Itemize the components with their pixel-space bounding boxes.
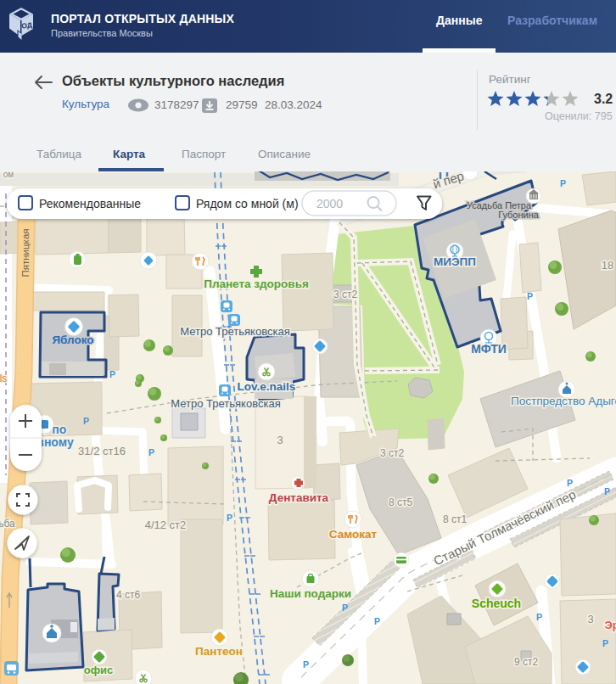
- svg-text:P: P: [227, 513, 232, 523]
- svg-text:Пантеон: Пантеон: [195, 645, 243, 658]
- svg-text:ls: ls: [0, 373, 7, 384]
- svg-text:ом: ом: [3, 171, 14, 179]
- svg-text:Губонина: Губонина: [498, 210, 540, 220]
- svg-text:8 ст1: 8 ст1: [443, 513, 468, 525]
- svg-text:P: P: [560, 178, 566, 188]
- svg-text:офис: офис: [84, 664, 114, 676]
- svg-text:3 ст2: 3 ст2: [380, 447, 405, 459]
- svg-text:Пятницкая: Пятницкая: [20, 228, 31, 277]
- svg-text:P: P: [83, 416, 89, 426]
- svg-text:3: 3: [277, 434, 283, 446]
- svg-text:Lov.e.nails: Lov.e.nails: [238, 380, 296, 393]
- svg-text:Яблоко: Яблоко: [52, 334, 93, 346]
- svg-text:P: P: [374, 616, 380, 626]
- svg-text:P: P: [303, 659, 309, 670]
- svg-text:31/2 ст16: 31/2 ст16: [78, 445, 126, 457]
- svg-text:3: 3: [587, 613, 593, 625]
- svg-text:Scheuch: Scheuch: [472, 597, 521, 610]
- svg-text:3 ст2: 3 ст2: [333, 289, 358, 300]
- svg-text:4 ст6: 4 ст6: [116, 589, 141, 601]
- svg-text:Планета здоровья: Планета здоровья: [204, 278, 309, 290]
- svg-text:Дентавита: Дентавита: [269, 491, 329, 504]
- svg-text:P: P: [567, 478, 573, 488]
- svg-text:ОД: ОД: [21, 20, 33, 31]
- svg-text:МИЭПП: МИЭПП: [434, 255, 476, 268]
- svg-text:P: P: [109, 369, 115, 379]
- svg-text:Наши подарки: Наши подарки: [270, 587, 351, 600]
- svg-text:P: P: [604, 486, 610, 496]
- svg-text:P: P: [342, 603, 348, 613]
- svg-text:Метро Третьяковская: Метро Третьяковская: [171, 397, 280, 410]
- svg-text:Постпредство Адыге: Постпредство Адыге: [511, 395, 616, 407]
- svg-text:ьба: ьба: [0, 518, 15, 530]
- svg-text:Самокат: Самокат: [329, 528, 378, 541]
- svg-text:Рекомендованные: Рекомендованные: [39, 197, 141, 210]
- svg-text:P: P: [602, 638, 608, 648]
- svg-text:P: P: [527, 291, 533, 301]
- svg-text:8 ст5: 8 ст5: [389, 496, 413, 508]
- svg-text:P: P: [536, 612, 542, 622]
- svg-text:4/12 ст2: 4/12 ст2: [145, 519, 187, 531]
- svg-text:Метро Третьяковская: Метро Третьяковская: [180, 325, 289, 338]
- svg-text:P: P: [148, 447, 154, 457]
- svg-text:2000: 2000: [316, 197, 343, 210]
- svg-text:МФТИ: МФТИ: [471, 342, 507, 356]
- svg-text:вному: вному: [36, 435, 74, 449]
- svg-text:Эр: Эр: [604, 619, 616, 631]
- svg-text:9 ст2: 9 ст2: [514, 656, 539, 668]
- svg-text:Рядом со мной (м): Рядом со мной (м): [196, 197, 299, 210]
- svg-text:18: 18: [602, 259, 613, 272]
